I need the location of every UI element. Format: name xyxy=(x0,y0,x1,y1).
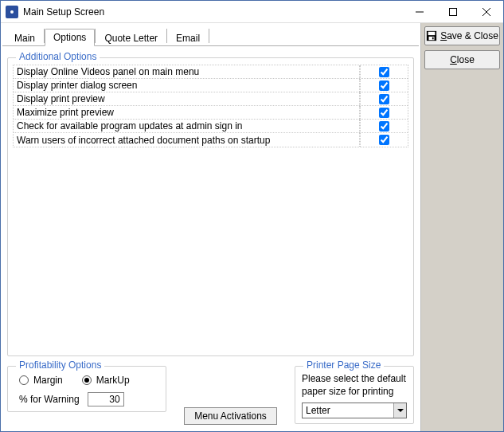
maximize-button[interactable] xyxy=(436,1,470,22)
svg-rect-8 xyxy=(432,37,434,40)
chevron-down-icon xyxy=(397,409,404,412)
warning-percent-input[interactable] xyxy=(88,392,124,406)
tab-email[interactable]: Email xyxy=(167,29,209,46)
close-label: Close xyxy=(450,54,475,65)
paper-size-selected: Letter xyxy=(303,405,393,416)
app-icon xyxy=(6,6,18,18)
option-row: Check for available program updates at a… xyxy=(14,120,408,133)
title-bar: Main Setup Screen xyxy=(1,1,503,23)
option-row: Warn users of incorrect attached documen… xyxy=(14,133,408,147)
left-pane: Main Options Quote Letter Email Addition… xyxy=(1,23,420,431)
radio-markup-label: MarkUp xyxy=(96,375,130,386)
main-setup-window: Main Setup Screen Main Options Quote Let… xyxy=(0,0,504,432)
radio-margin-label: Margin xyxy=(33,375,63,386)
window-title: Main Setup Screen xyxy=(23,6,109,18)
floppy-icon xyxy=(426,30,437,41)
profitability-legend: Profitability Options xyxy=(16,359,104,371)
option-row: Display Online Videos panel on main menu xyxy=(14,65,408,79)
printer-legend: Printer Page Size xyxy=(303,359,384,371)
option-label: Check for available program updates at a… xyxy=(14,120,360,132)
printer-help-text: Please select the default paper size for… xyxy=(302,373,407,398)
center-button-wrap: Menu Activations xyxy=(170,359,291,425)
option-checkbox-online-videos[interactable] xyxy=(379,67,389,77)
radio-markup[interactable]: MarkUp xyxy=(82,375,130,386)
option-label: Display print preview xyxy=(14,92,360,105)
warning-row: % for Warning xyxy=(19,392,154,406)
right-panel: Save & Close Close xyxy=(420,23,503,431)
tab-content: Additional Options Display Online Videos… xyxy=(2,45,419,430)
close-window-button[interactable] xyxy=(470,1,503,22)
option-label: Warn users of incorrect attached documen… xyxy=(14,133,360,147)
tab-main-label: Main xyxy=(14,33,35,44)
paper-size-combo[interactable]: Letter xyxy=(302,403,407,418)
option-row: Display printer dialog screen xyxy=(14,79,408,92)
body-area: Main Options Quote Letter Email Addition… xyxy=(1,23,503,431)
option-checkbox-maximize-preview[interactable] xyxy=(379,108,389,118)
menu-activations-button[interactable]: Menu Activations xyxy=(184,407,277,425)
option-checkbox-check-updates[interactable] xyxy=(379,121,389,132)
tab-strip: Main Options Quote Letter Email xyxy=(2,26,419,45)
option-checkbox-warn-paths[interactable] xyxy=(379,135,389,145)
svg-marker-4 xyxy=(397,409,404,412)
additional-options-legend: Additional Options xyxy=(16,51,100,62)
combo-dropdown-button[interactable] xyxy=(393,403,406,418)
radio-markup-dot xyxy=(82,375,92,385)
warning-label: % for Warning xyxy=(19,394,80,405)
option-checkbox-printer-dialog[interactable] xyxy=(379,81,389,91)
tab-options[interactable]: Options xyxy=(45,29,95,46)
profitability-group: Profitability Options Margin MarkUp xyxy=(7,366,166,412)
tab-main[interactable]: Main xyxy=(6,29,44,46)
svg-rect-1 xyxy=(450,8,457,15)
save-close-label: Save & Close xyxy=(440,30,498,41)
additional-options-group: Additional Options Display Online Videos… xyxy=(7,57,414,356)
minimize-button[interactable] xyxy=(403,1,436,22)
printer-group: Printer Page Size Please select the defa… xyxy=(295,366,414,424)
additional-options-grid: Display Online Videos panel on main menu… xyxy=(13,65,408,147)
option-row: Maximize print preview xyxy=(14,106,408,120)
window-controls xyxy=(403,1,503,22)
radio-margin[interactable]: Margin xyxy=(19,375,63,386)
close-button[interactable]: Close xyxy=(424,50,500,69)
bottom-area: Profitability Options Margin MarkUp xyxy=(7,359,414,425)
tab-quote-letter[interactable]: Quote Letter xyxy=(96,29,166,46)
option-label: Display Online Videos panel on main menu xyxy=(14,65,360,78)
option-row: Display print preview xyxy=(14,92,408,106)
option-label: Display printer dialog screen xyxy=(14,79,360,92)
tab-quote-letter-label: Quote Letter xyxy=(104,33,158,44)
save-and-close-button[interactable]: Save & Close xyxy=(424,26,500,45)
tab-email-label: Email xyxy=(176,33,200,44)
option-checkbox-print-preview[interactable] xyxy=(379,94,389,104)
svg-rect-6 xyxy=(428,32,436,35)
tab-options-label: Options xyxy=(53,32,86,43)
radio-margin-dot xyxy=(19,375,29,385)
option-label: Maximize print preview xyxy=(14,106,360,119)
profitability-radio-row: Margin MarkUp xyxy=(19,375,154,386)
